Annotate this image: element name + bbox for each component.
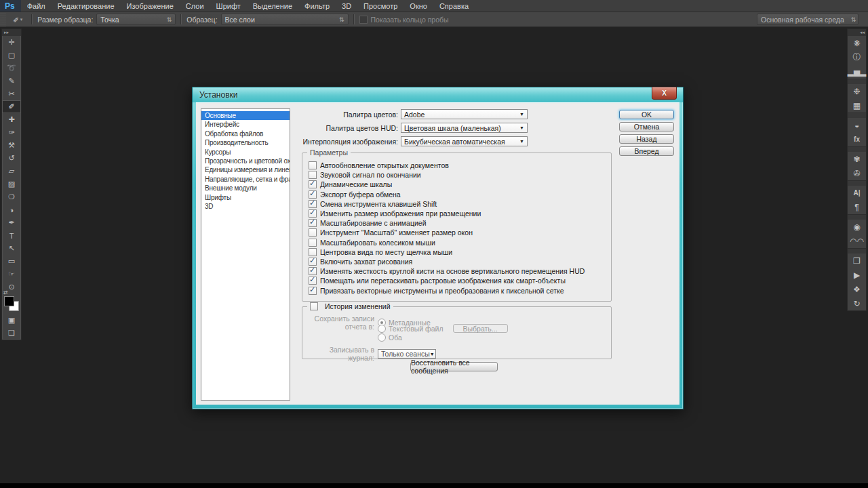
menu-select[interactable]: Выделение (247, 2, 298, 10)
path-selection-tool[interactable]: ↖ (2, 242, 21, 255)
histogram-panel-button[interactable]: ▂▅▂ (848, 64, 866, 79)
move-tool[interactable]: ✛ (2, 36, 21, 49)
image-interpolation-label: Интерполяция изображения: (196, 138, 401, 146)
pen-tool[interactable]: ✒ (2, 216, 21, 229)
quick-selection-tool[interactable]: ✎ (2, 75, 21, 87)
option-shift-key-tool-switch[interactable]: Смена инструмента клавишей Shift (302, 199, 611, 209)
option-beep-when-done[interactable]: Звуковой сигнал по окончании (302, 170, 611, 180)
history-log-legend[interactable]: История изменений (307, 302, 393, 310)
sample-layers-select[interactable]: Все слои ⇅ (221, 14, 349, 25)
menu-layers[interactable]: Слои (180, 2, 210, 10)
layer-comps-panel-button[interactable]: ❐ (848, 253, 866, 268)
option-place-raster-as-smart-objects[interactable]: Помещать или перетаскивать растровые изо… (302, 276, 611, 285)
option-auto-update-open-documents[interactable]: Автообновление открытых документов (302, 161, 611, 170)
crop-tool[interactable]: ✂ (2, 87, 21, 100)
hud-color-picker-select[interactable]: Цветовая шкала (маленькая) ▼ (401, 123, 528, 133)
back-button[interactable]: Назад (619, 134, 674, 144)
close-button[interactable]: X (652, 87, 677, 100)
screen-mode-button[interactable]: ❏ (2, 327, 21, 340)
quick-mask-button[interactable]: ▣ (2, 314, 21, 327)
clone-stamp-tool[interactable]: ⚒ (2, 139, 21, 152)
dock-group-divider (848, 248, 866, 253)
option-snap-vector-tools-to-pixel-grid[interactable]: Привязать векторные инструменты и преобр… (302, 285, 611, 295)
workspace-select[interactable]: Основная рабочая среда ⇅ (757, 14, 859, 25)
history-log-checkbox[interactable] (310, 302, 318, 310)
blur-tool[interactable]: ❍ (2, 190, 21, 203)
menu-view[interactable]: Просмотр (357, 2, 403, 10)
hand-icon: ☞ (8, 270, 15, 279)
history-brush-tool[interactable]: ↺ (2, 152, 21, 165)
dialog-title-bar[interactable]: Установки (193, 87, 683, 102)
info-panel-button[interactable]: ⓘ (848, 50, 866, 64)
sidebar-item-units-rulers[interactable]: Единицы измерения и линейки (201, 165, 290, 174)
sample-size-select[interactable]: Точка ⇅ (96, 14, 176, 25)
show-sampling-ring-checkbox[interactable]: Показать кольцо пробы (359, 16, 449, 24)
forward-button[interactable]: Вперед (619, 146, 674, 156)
brush-panel-button[interactable]: ✾ (848, 152, 866, 166)
adjustments-panel-button[interactable]: ◒ (848, 118, 866, 132)
menu-3d[interactable]: 3D (336, 2, 357, 10)
dodge-tool[interactable]: ◑ (2, 203, 21, 216)
sidebar-item-type[interactable]: Шрифты (201, 193, 290, 202)
swap-colors-icon[interactable]: ⇄ (3, 289, 8, 296)
eyedropper-tool[interactable]: ✐ (2, 100, 21, 113)
menu-image[interactable]: Изображение (121, 2, 180, 10)
shape-tool[interactable]: ▭ (2, 255, 21, 268)
healing-brush-tool[interactable]: ✚ (2, 113, 21, 126)
radio-both[interactable] (378, 333, 386, 342)
sidebar-item-transparency-gamut[interactable]: Прозрачность и цветовой охват (201, 157, 290, 165)
menu-filter[interactable]: Фильтр (298, 2, 336, 10)
properties-panel-button[interactable]: ◠◠ (848, 234, 866, 248)
option-resize-image-during-place[interactable]: Изменить размер изображения при размещен… (302, 209, 611, 218)
marquee-tool[interactable]: ▢ (2, 49, 21, 62)
3d-panel-button[interactable]: ◉ (848, 220, 866, 234)
foreground-color-swatch[interactable] (4, 296, 14, 306)
layers-panel-button[interactable]: ❖ (848, 282, 866, 296)
hand-tool[interactable]: ☞ (2, 268, 21, 281)
tools-panel-collapse[interactable]: ▸▸ (2, 29, 21, 36)
radio-text-file[interactable] (378, 325, 386, 333)
layers-icon: ❖ (853, 285, 861, 294)
menu-file[interactable]: Файл (21, 2, 52, 10)
sidebar-item-cursors[interactable]: Курсоры (201, 148, 290, 157)
option-zoom-resizes-windows[interactable]: Инструмент "Масштаб" изменяет размер око… (302, 228, 611, 237)
color-picker-select[interactable]: Adobe ▼ (401, 109, 528, 119)
option-zoom-with-scroll-wheel[interactable]: Масштабировать колесиком мыши (302, 238, 611, 247)
menu-help[interactable]: Справка (433, 2, 475, 10)
menu-window[interactable]: Окно (403, 2, 433, 10)
option-dynamic-color-sliders[interactable]: Динамические шкалы (302, 180, 611, 189)
reset-all-warnings-button[interactable]: Восстановить все сообщения (410, 362, 498, 371)
menu-edit[interactable]: Редактирование (52, 2, 121, 10)
ok-button[interactable]: OK (619, 110, 674, 119)
sidebar-item-plugins[interactable]: Внешние модули (201, 184, 290, 192)
current-tool-eyedropper[interactable]: ✐ ▾ (9, 16, 26, 24)
clone-source-panel-button[interactable]: ✇ (848, 166, 866, 180)
cancel-button[interactable]: Отмена (619, 122, 674, 131)
paragraph-panel-button[interactable]: ¶ (848, 200, 866, 214)
choose-button[interactable]: Выбрать... (453, 324, 508, 333)
image-interpolation-select[interactable]: Бикубическая автоматическая ▼ (401, 136, 528, 146)
character-panel-button[interactable]: A| (848, 186, 866, 200)
navigator-panel-button[interactable]: ❋ (848, 36, 866, 50)
styles-panel-button[interactable]: fx (848, 132, 866, 146)
menu-type[interactable]: Шрифт (210, 2, 247, 10)
swatches-panel-button[interactable]: ▦ (848, 98, 866, 113)
gradient-tool[interactable]: ▨ (2, 178, 21, 190)
brush-tool[interactable]: ✑ (2, 126, 21, 139)
dock-collapse[interactable]: ◂◂ (848, 29, 866, 36)
type-tool[interactable]: T (2, 229, 21, 242)
option-animated-zoom[interactable]: Масштабирование с анимацией (302, 218, 611, 228)
sidebar-item-3d[interactable]: 3D (201, 202, 290, 211)
option-export-clipboard[interactable]: Экспорт буфера обмена (302, 190, 611, 199)
option-enable-flick-panning[interactable]: Включить захват рисования (302, 257, 611, 266)
option-vary-round-brush-hardness-hud[interactable]: Изменять жесткость круглой кисти на осно… (302, 266, 611, 276)
lasso-tool[interactable]: ➰ (2, 62, 21, 75)
eraser-tool[interactable]: ▱ (2, 165, 21, 178)
options-bar-grip[interactable] (0, 12, 6, 26)
color-panel-button[interactable]: ❉ (848, 84, 866, 98)
option-zoom-clicked-point-to-center[interactable]: Центровка вида по месту щелчка мыши (302, 247, 611, 257)
log-items-select[interactable]: Только сеансы ▼ (378, 349, 436, 359)
history-panel-button[interactable]: ↻ (848, 296, 866, 310)
actions-panel-button[interactable]: ▶ (848, 268, 866, 282)
sidebar-item-guides-grid-slices[interactable]: Направляющие, сетка и фрагменты (201, 175, 290, 184)
